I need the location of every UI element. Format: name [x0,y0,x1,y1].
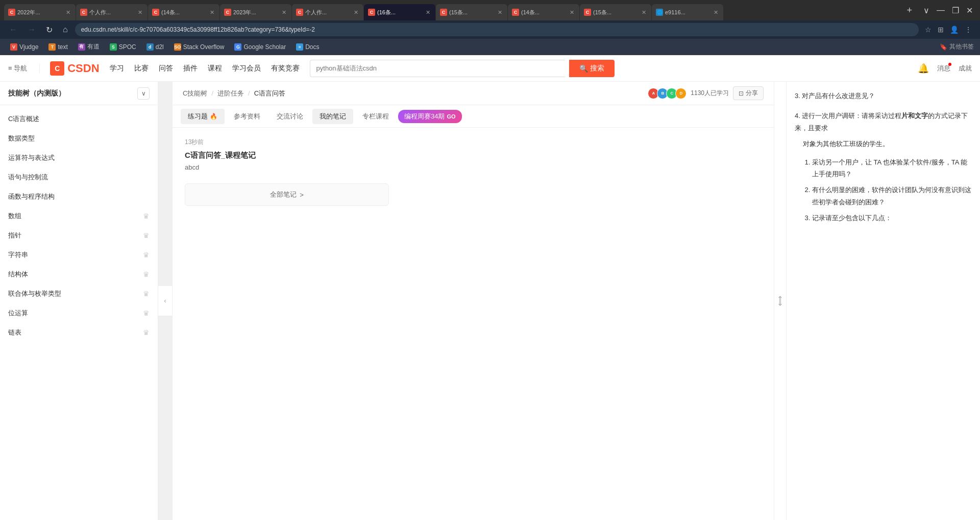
tab-discussion[interactable]: 交流讨论 [270,109,310,124]
browser-tab-9[interactable]: C (15条... ✕ [580,4,651,20]
tab-favicon: C [296,9,303,16]
sidebar-item-8[interactable]: 结构体 ♛ [0,265,158,284]
bookmark-text[interactable]: T text [44,42,71,52]
browser-tab-6[interactable]: C (16条... ✕ [364,4,435,20]
sidebar-item-0[interactable]: C语言概述 [0,109,158,129]
tab-favicon: 🌐 [656,9,663,16]
bookmark-star-icon[interactable]: ☆ [923,25,934,35]
browser-tab-1[interactable]: C 2022年... ✕ [4,4,76,20]
reload-button[interactable]: ↻ [43,24,56,36]
minimize-button[interactable]: — [934,6,948,15]
bookmark-docs[interactable]: ≡ Docs [292,42,323,52]
browser-tab-4[interactable]: C 2023年... ✕ [220,4,291,20]
bookmarks-more-button[interactable]: 🔖 其他书签 [940,42,974,51]
tab-close-button[interactable]: ✕ [425,8,431,17]
browser-tab-8[interactable]: C (14条... ✕ [508,4,579,20]
bookmark-stackoverflow[interactable]: SO Stack Overflow [170,42,229,52]
tab-title: (14条... [161,9,207,16]
screen-split-icon[interactable]: ⊞ [936,25,946,35]
bookmark-d2l[interactable]: d d2l [142,42,168,52]
sidebar-item-9[interactable]: 联合体与枚举类型 ♛ [0,284,158,303]
tab-close-button[interactable]: ✕ [281,8,287,17]
hamburger-nav-label[interactable]: ≡ 导航 [8,64,27,73]
sidebar-item-6[interactable]: 指针 ♛ [0,226,158,245]
browser-tab-7[interactable]: C (15条... ✕ [436,4,507,20]
tab-programming-contest[interactable]: 编程周赛34期 GO [398,110,462,123]
tab-exercises[interactable]: 练习题 🔥 [181,109,225,124]
sidebar-item-5[interactable]: 数组 ♛ [0,206,158,226]
right-panel: 3. 对产品有什么改进意见？ 4. 进行一次用户调研：请将采访过程片和文字的方式… [786,82,980,520]
panel-expand-button[interactable]: ⟺ [774,82,786,520]
share-label: 分享 [746,89,758,98]
sidebar-item-1[interactable]: 数据类型 [0,129,158,148]
left-sidebar: 技能树（内测版） ∨ C语言概述 数据类型 运算符与表达式 语句与控制流 函数与… [0,82,158,520]
sidebar-item-10[interactable]: 位运算 ♛ [0,303,158,323]
search-button[interactable]: 🔍 搜索 [569,60,615,77]
nav-item-plugin[interactable]: 插件 [183,64,198,73]
notes-content: 13秒前 C语言问答_课程笔记 abcd 全部笔记 > [173,128,774,520]
bell-icon[interactable]: 🔔 [918,63,929,74]
breadcrumb-item-3[interactable]: C语言问答 [254,89,285,98]
sidebar-item-7[interactable]: 字符串 ♛ [0,245,158,265]
tab-dropdown-button[interactable]: ∨ [920,6,933,15]
nav-item-course[interactable]: 课程 [208,64,222,73]
tab-close-button[interactable]: ✕ [713,8,719,17]
bookmark-vjudge[interactable]: V Vjudge [6,42,42,52]
share-button[interactable]: ⊡ 分享 [733,86,764,100]
nav-item-vip[interactable]: 学习会员 [232,64,261,73]
profile-icon[interactable]: 👤 [948,25,961,35]
all-notes-button[interactable]: 全部笔记 > [185,183,389,206]
nav-item-reward[interactable]: 有奖竞赛 [271,64,300,73]
maximize-button[interactable]: ❐ [949,6,962,15]
bookmark-spoc-label: SPOC [119,43,136,51]
csdn-logo[interactable]: C CSDN [50,61,99,76]
tab-my-notes[interactable]: 我的笔记 [312,109,353,124]
sidebar-item-11[interactable]: 链表 ♛ [0,323,158,342]
bookmark-youdao[interactable]: 有 有道 [74,41,104,53]
bookmark-spoc[interactable]: S SPOC [106,42,140,52]
nav-item-learn[interactable]: 学习 [110,64,124,73]
browser-tab-10[interactable]: 🌐 e9116... ✕ [652,4,723,20]
tab-exercises-label: 练习题 [188,112,208,121]
sidebar-item-4[interactable]: 函数与程序结构 [0,187,158,206]
sidebar-item-label: C语言概述 [8,114,39,124]
sidebar-toggle-button[interactable]: ∨ [137,87,150,100]
main-content-area: C技能树 / 进阶任务 / C语言问答 A B C D 1130人已学习 [173,82,774,520]
tab-close-button[interactable]: ✕ [353,8,359,17]
tab-references[interactable]: 参考资料 [227,109,267,124]
browser-tab-5[interactable]: C 个人作... ✕ [292,4,363,20]
tab-close-button[interactable]: ✕ [497,8,503,17]
tab-column-courses[interactable]: 专栏课程 [355,109,396,124]
tab-close-button[interactable]: ✕ [569,8,575,17]
close-button[interactable]: ✕ [963,6,976,15]
extensions-icon[interactable]: ⋮ [963,25,974,35]
breadcrumb-item-2[interactable]: 进阶任务 [217,89,244,98]
new-tab-button[interactable]: + [902,5,916,16]
back-button[interactable]: ← [6,24,20,35]
tab-title: (14条... [521,9,567,16]
address-input[interactable] [75,23,919,36]
browser-titlebar: C 2022年... ✕ C 个人作... ✕ C (14条... ✕ C 20… [0,0,980,20]
notification-btn[interactable]: 消息 [937,64,950,73]
nav-item-qa[interactable]: 问答 [159,64,173,73]
breadcrumb-item-1[interactable]: C技能树 [183,89,207,98]
crown-icon: ♛ [143,270,150,278]
nav-item-contest[interactable]: 比赛 [134,64,149,73]
search-input[interactable] [310,60,565,77]
home-button[interactable]: ⌂ [60,24,71,35]
sidebar-item-label: 语句与控制流 [8,173,48,182]
sidebar-item-3[interactable]: 语句与控制流 [0,168,158,187]
sidebar-item-2[interactable]: 运算符与表达式 [0,148,158,168]
tab-close-button[interactable]: ✕ [209,8,215,17]
forward-button[interactable]: → [24,24,39,35]
sidebar-collapse-button[interactable]: ‹ [158,286,173,316]
browser-tab-3[interactable]: C (14条... ✕ [148,4,219,20]
browser-tab-2[interactable]: C 个人作... ✕ [76,4,148,20]
achievement-label[interactable]: 成就 [959,64,972,73]
tab-close-button[interactable]: ✕ [137,8,143,17]
bookmark-scholar[interactable]: G Google Scholar [230,42,290,52]
tab-close-button[interactable]: ✕ [65,8,71,17]
tab-close-button[interactable]: ✕ [641,8,647,17]
sidebar-header: 技能树（内测版） ∨ [0,82,158,105]
tab-favicon: C [368,9,375,16]
